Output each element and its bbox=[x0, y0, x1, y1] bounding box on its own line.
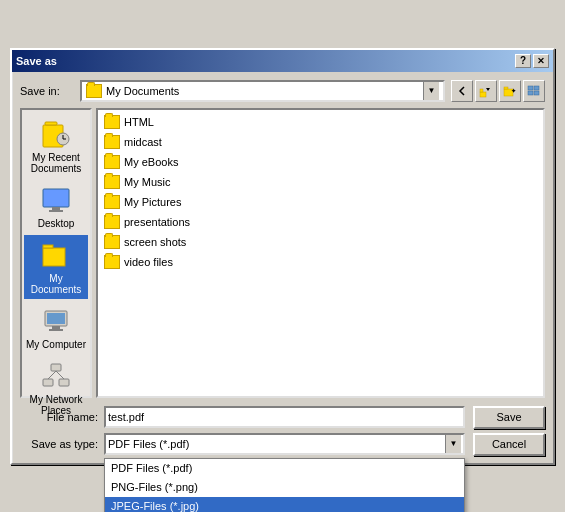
svg-rect-10 bbox=[45, 122, 57, 125]
file-list[interactable]: HTMLmidcastMy eBooksMy MusicMy Picturesp… bbox=[96, 108, 545, 398]
svg-line-25 bbox=[56, 371, 64, 379]
list-item[interactable]: midcast bbox=[100, 132, 541, 152]
folder-icon bbox=[104, 115, 120, 129]
svg-rect-3 bbox=[504, 87, 508, 89]
savetype-value: PDF Files (*.pdf) bbox=[108, 438, 189, 450]
desktop-label: Desktop bbox=[38, 218, 75, 229]
network-icon bbox=[40, 360, 72, 392]
toolbar-buttons: ✦ bbox=[451, 80, 545, 102]
svg-rect-12 bbox=[43, 189, 69, 207]
svg-rect-23 bbox=[59, 379, 69, 386]
list-item[interactable]: My Music bbox=[100, 172, 541, 192]
svg-rect-16 bbox=[43, 245, 53, 248]
svg-rect-1 bbox=[480, 89, 483, 92]
filename-label: File name: bbox=[20, 411, 98, 423]
list-item[interactable]: My eBooks bbox=[100, 152, 541, 172]
dropdown-item[interactable]: PNG-Files (*.png) bbox=[105, 478, 464, 497]
mydocs-label: My Documents bbox=[26, 273, 86, 295]
folder-icon bbox=[104, 235, 120, 249]
svg-rect-6 bbox=[534, 86, 539, 90]
save-in-row: Save in: My Documents ▼ ✦ bbox=[20, 80, 545, 102]
dropdown-item[interactable]: JPEG-Files (*.jpg) bbox=[105, 497, 464, 513]
save-button[interactable]: Save bbox=[473, 406, 545, 429]
window-title: Save as bbox=[16, 55, 57, 67]
file-name: My Music bbox=[124, 176, 170, 188]
action-buttons: Save Cancel bbox=[473, 406, 545, 456]
cancel-button[interactable]: Cancel bbox=[473, 433, 545, 456]
sidebar-item-mydocs[interactable]: My Documents bbox=[24, 235, 88, 299]
view-button[interactable] bbox=[523, 80, 545, 102]
sidebar-item-desktop[interactable]: Desktop bbox=[24, 180, 88, 233]
file-name: HTML bbox=[124, 116, 154, 128]
save-in-dropdown[interactable]: My Documents ▼ bbox=[80, 80, 445, 102]
list-item[interactable]: My Pictures bbox=[100, 192, 541, 212]
back-button[interactable] bbox=[451, 80, 473, 102]
save-in-arrow[interactable]: ▼ bbox=[423, 82, 439, 100]
folder-icon bbox=[104, 135, 120, 149]
svg-rect-8 bbox=[534, 91, 539, 95]
svg-rect-19 bbox=[52, 326, 60, 329]
filename-row: File name: bbox=[20, 406, 465, 428]
folder-icon bbox=[104, 175, 120, 189]
close-button[interactable]: ✕ bbox=[533, 54, 549, 68]
file-name: midcast bbox=[124, 136, 162, 148]
savetype-dropdown[interactable]: PDF Files (*.pdf) ▼ bbox=[104, 433, 465, 455]
file-name: video files bbox=[124, 256, 173, 268]
list-item[interactable]: screen shots bbox=[100, 232, 541, 252]
savetype-arrow[interactable]: ▼ bbox=[445, 435, 461, 453]
filename-input[interactable] bbox=[104, 406, 465, 428]
svg-rect-18 bbox=[47, 313, 65, 324]
list-item[interactable]: video files bbox=[100, 252, 541, 272]
file-name: screen shots bbox=[124, 236, 186, 248]
help-button[interactable]: ? bbox=[515, 54, 531, 68]
folder-icon bbox=[104, 215, 120, 229]
sidebar-item-recent[interactable]: My Recent Documents bbox=[24, 114, 88, 178]
mycomputer-icon bbox=[40, 305, 72, 337]
file-name: My Pictures bbox=[124, 196, 181, 208]
dropdown-item[interactable]: PDF Files (*.pdf) bbox=[105, 459, 464, 478]
title-bar-controls: ? ✕ bbox=[515, 54, 549, 68]
svg-rect-0 bbox=[480, 92, 486, 97]
recent-icon bbox=[40, 118, 72, 150]
sidebar-item-mycomputer[interactable]: My Computer bbox=[24, 301, 88, 354]
fields-container: File name: Save as type: PDF Files (*.pd… bbox=[20, 406, 545, 455]
mycomputer-label: My Computer bbox=[26, 339, 86, 350]
type-dropdown-overlay[interactable]: PDF Files (*.pdf)PNG-Files (*.png)JPEG-F… bbox=[104, 458, 465, 513]
bottom-section: File name: Save as type: PDF Files (*.pd… bbox=[20, 406, 545, 455]
create-folder-button[interactable]: ✦ bbox=[499, 80, 521, 102]
desktop-icon bbox=[40, 184, 72, 216]
folder-icon bbox=[104, 155, 120, 169]
svg-rect-7 bbox=[528, 91, 533, 95]
svg-text:✦: ✦ bbox=[511, 88, 516, 94]
recent-label: My Recent Documents bbox=[26, 152, 86, 174]
main-content: My Recent Documents Desktop My Documents bbox=[20, 108, 545, 398]
file-name: presentations bbox=[124, 216, 190, 228]
svg-rect-14 bbox=[49, 210, 63, 212]
save-in-value: My Documents bbox=[106, 85, 419, 97]
mydocs-icon bbox=[40, 239, 72, 271]
dialog-body: Save in: My Documents ▼ ✦ bbox=[12, 72, 553, 463]
svg-rect-21 bbox=[51, 364, 61, 371]
svg-rect-5 bbox=[528, 86, 533, 90]
save-in-label: Save in: bbox=[20, 85, 74, 97]
up-button[interactable] bbox=[475, 80, 497, 102]
svg-rect-20 bbox=[49, 329, 63, 331]
svg-rect-15 bbox=[43, 248, 65, 266]
save-as-dialog: Save as ? ✕ Save in: My Documents ▼ bbox=[10, 48, 555, 465]
sidebar: My Recent Documents Desktop My Documents bbox=[20, 108, 92, 398]
savetype-row: Save as type: PDF Files (*.pdf) ▼ bbox=[20, 433, 465, 455]
svg-rect-13 bbox=[52, 207, 60, 210]
folder-icon bbox=[104, 195, 120, 209]
savetype-label: Save as type: bbox=[20, 438, 98, 450]
file-name: My eBooks bbox=[124, 156, 178, 168]
folder-icon bbox=[86, 84, 102, 98]
title-bar: Save as ? ✕ bbox=[12, 50, 553, 72]
list-item[interactable]: HTML bbox=[100, 112, 541, 132]
svg-rect-22 bbox=[43, 379, 53, 386]
folder-icon bbox=[104, 255, 120, 269]
list-item[interactable]: presentations bbox=[100, 212, 541, 232]
svg-line-24 bbox=[48, 371, 56, 379]
